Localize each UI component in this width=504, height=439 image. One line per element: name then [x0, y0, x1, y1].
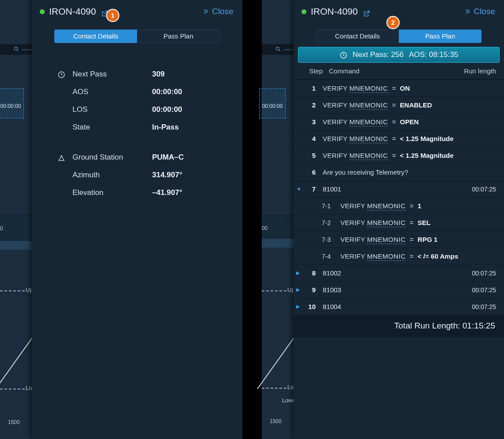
tab-contact-details[interactable]: Contact Details [54, 30, 137, 43]
tab-bar: Contact Details Pass Plan [316, 29, 482, 43]
clock-icon [57, 70, 68, 79]
contact-details-body: Next Pass 309 AOS 00:00:00 LOS 00:00:00 … [32, 65, 242, 202]
panel-title: IRON-4090 [311, 6, 358, 17]
los-value: 00:00:00 [152, 105, 182, 114]
chevrons-right-icon [464, 8, 471, 15]
command-cell: VERIFY MNEMONIC = OPEN [323, 118, 461, 126]
marker-time: 00:00:00 [0, 103, 23, 109]
pass-plan-row[interactable]: ▶5VERIFY MNEMONIC = < 1.25 Magnitude [294, 147, 504, 164]
disclosure-icon[interactable]: ▼ [296, 187, 302, 192]
next-pass-label: Next Pass [73, 70, 152, 79]
azimuth-value: 314.907° [152, 171, 182, 179]
svg-point-4 [61, 155, 62, 157]
step-number: 7 [301, 185, 323, 193]
azimuth-label: Azimuth [73, 171, 152, 179]
tab-bar: Contact Details Pass Plan [54, 29, 220, 43]
contact-panel: IRON-4090 Close 1 Contact Details Pass P… [32, 0, 242, 439]
tick-label: 00 [262, 225, 267, 231]
command-cell: VERIFY MNEMONIC = < 1.25 Magnitude [323, 152, 461, 159]
step-number: 8 [301, 269, 323, 277]
col-step: Step [302, 67, 329, 75]
pass-plan-body: ▶1VERIFY MNEMONIC = ON▶2VERIFY MNEMONIC … [294, 80, 504, 315]
total-run-length: Total Run Length: 01:15:25 [294, 315, 504, 337]
pass-plan-sub-row[interactable]: ▶7-1VERIFY MNEMONIC = 1 [294, 197, 504, 214]
command-cell: VERIFY MNEMONIC = RPG 1 [340, 236, 461, 243]
svg-line-1 [17, 50, 19, 51]
svg-point-0 [14, 47, 17, 50]
los-label: LOS [73, 105, 152, 114]
pass-plan-group-row[interactable]: ▶108100400:07:25 [294, 298, 504, 315]
pass-plan-group-row[interactable]: ▶88100200:07:25 [294, 264, 504, 281]
elevation-value: –41.907° [152, 188, 182, 197]
open-external-icon[interactable] [363, 8, 370, 15]
state-label: State [73, 123, 152, 132]
tick-label: 0 [0, 225, 3, 232]
step-number: 1 [301, 84, 323, 92]
command-cell: VERIFY MNEMONIC = 1 [340, 202, 461, 210]
next-pass-text-1: Next Pass: 256 [353, 50, 404, 59]
timeline-marker[interactable]: 00:00:00 [259, 88, 286, 118]
tab-contact-details[interactable]: Contact Details [316, 30, 399, 43]
next-pass-text-2: AOS: 08:15:35 [409, 50, 458, 59]
run-length: 00:07:25 [461, 286, 496, 294]
step-number: 7-3 [311, 236, 340, 243]
tab-pass-plan[interactable]: Pass Plan [399, 30, 481, 43]
right-screenshot: 00:00:00 00 Up… Lo… Lowe… 1500 IRON-4090 [262, 0, 504, 439]
pass-plan-sub-row[interactable]: ▶7-2VERIFY MNEMONIC = SEL [294, 214, 504, 231]
close-button[interactable]: Close [202, 7, 233, 16]
next-pass-bar: Next Pass: 256 AOS: 08:15:35 [298, 47, 500, 63]
run-length: 00:07:25 [461, 303, 496, 310]
svg-line-6 [279, 50, 280, 51]
command-cell: 81002 [323, 269, 461, 277]
search-icon[interactable] [275, 45, 281, 52]
pass-plan-row[interactable]: ▶6Are you receiving Telemetry? [294, 164, 504, 180]
pass-plan-group-row[interactable]: ▶98100300:07:25 [294, 281, 504, 298]
close-label: Close [212, 7, 233, 16]
step-number: 7-4 [311, 253, 340, 260]
command-cell: VERIFY MNEMONIC = < 1.25 Magnitude [323, 135, 461, 142]
command-cell: VERIFY MNEMONIC = ON [323, 84, 461, 92]
command-cell: Are you receiving Telemetry? [323, 168, 461, 176]
command-cell: 81004 [323, 303, 461, 310]
annotation-badge-1: 1 [106, 9, 119, 22]
timeline-marker[interactable]: 00:00:00 [0, 88, 24, 118]
step-number: 2 [301, 101, 323, 109]
search-icon[interactable] [13, 45, 19, 52]
pass-plan-row[interactable]: ▶3VERIFY MNEMONIC = OPEN [294, 113, 504, 130]
pass-plan-group-row[interactable]: ▼78100100:07:25 [294, 180, 504, 197]
tab-pass-plan[interactable]: Pass Plan [137, 30, 220, 43]
svg-point-5 [276, 47, 279, 50]
step-number: 7-1 [311, 202, 340, 210]
threshold-lower-line [262, 388, 286, 389]
run-length: 00:07:25 [461, 270, 496, 277]
step-number: 7-2 [311, 219, 340, 226]
status-dot-icon [40, 9, 45, 14]
pass-plan-sub-row[interactable]: ▶7-3VERIFY MNEMONIC = RPG 1 [294, 231, 504, 248]
total-label: Total Run Length: [394, 321, 460, 330]
step-number: 10 [301, 303, 323, 310]
pass-plan-sub-row[interactable]: ▶7-4VERIFY MNEMONIC = < /= 60 Amps [294, 248, 504, 264]
pass-plan-row[interactable]: ▶4VERIFY MNEMONIC = < 1.25 Magnitude [294, 130, 504, 147]
close-label: Close [473, 7, 495, 16]
step-number: 6 [301, 168, 323, 176]
pass-plan-row[interactable]: ▶2VERIFY MNEMONIC = ENABLED [294, 96, 504, 113]
tick-1500: 1500 [8, 419, 20, 425]
step-number: 9 [301, 286, 323, 294]
total-value: 01:15:25 [462, 321, 495, 330]
step-number: 4 [301, 135, 323, 142]
pass-plan-row[interactable]: ▶1VERIFY MNEMONIC = ON [294, 80, 504, 96]
command-cell: VERIFY MNEMONIC = SEL [340, 219, 461, 226]
tick-1500: 1500 [270, 418, 282, 424]
step-number: 3 [301, 118, 323, 126]
clock-icon [340, 50, 347, 59]
state-value: In-Pass [152, 123, 179, 132]
pass-plan-header-row: Step Command Run length [294, 63, 504, 80]
run-length: 00:07:25 [461, 186, 496, 193]
ground-station-value: PUMA–C [152, 153, 184, 162]
panel-header: IRON-4090 Close [32, 0, 242, 23]
col-runlength: Run length [456, 67, 496, 75]
marker-time: 00:00:00 [260, 103, 284, 109]
step-number: 5 [301, 152, 323, 159]
ground-station-label: Ground Station [73, 153, 152, 162]
close-button[interactable]: Close [464, 7, 495, 16]
